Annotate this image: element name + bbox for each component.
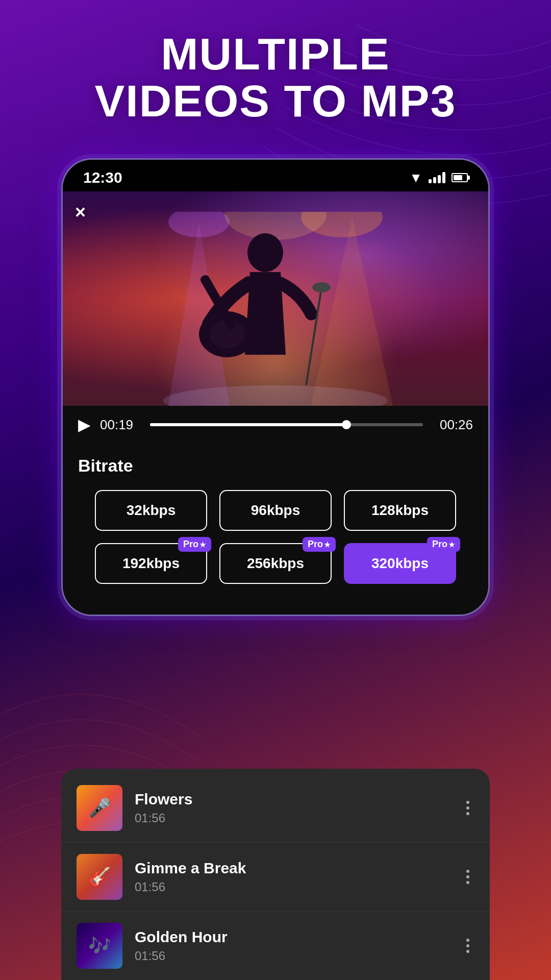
pro-badge-192: Pro: [178, 537, 211, 552]
song-duration-flowers: 01:56: [135, 811, 449, 825]
song-thumbnail-flowers: 🎤: [77, 785, 122, 831]
wifi-icon: ▼: [409, 170, 422, 186]
song-duration-golden: 01:56: [135, 949, 449, 963]
bitrate-32kbps[interactable]: 32kbps: [95, 490, 207, 531]
concert-background: [63, 191, 488, 406]
signal-bars-icon: [429, 172, 445, 183]
list-item: 🎶 Golden Hour 01:56: [61, 912, 490, 980]
song-info-gimme: Gimme a Break 01:56: [135, 860, 449, 894]
thumbnail-image-golden: 🎶: [77, 923, 122, 969]
current-time: 00:19: [100, 417, 141, 433]
status-icons: ▼: [409, 170, 468, 186]
bitrate-192kbps[interactable]: Pro 192kbps: [95, 543, 207, 584]
song-title-flowers: Flowers: [135, 791, 449, 808]
pro-badge-256: Pro: [303, 537, 336, 552]
svg-marker-4: [311, 217, 393, 406]
dot: [466, 801, 469, 804]
song-thumbnail-gimme: 🎸: [77, 854, 122, 900]
list-item: 🎸 Gimme a Break 01:56: [61, 843, 490, 912]
song-title-golden: Golden Hour: [135, 928, 449, 946]
progress-fill: [150, 423, 346, 426]
bitrate-128kbps[interactable]: 128kbps: [344, 490, 456, 531]
status-time: 12:30: [83, 169, 122, 186]
dot: [466, 939, 469, 942]
svg-point-2: [224, 212, 327, 240]
bitrate-320kbps[interactable]: Pro 320kbps: [344, 543, 456, 584]
more-options-gimme[interactable]: [461, 865, 474, 889]
dot: [466, 870, 469, 873]
phone-mockup: 12:30 ▼: [61, 158, 490, 616]
thumbnail-image-gimme: 🎸: [77, 854, 122, 900]
song-list-panel: 🎤 Flowers 01:56 🎸 Gimme a Break 01:56 🎶: [61, 769, 490, 980]
header-title: MULTIPLE VIDEOS TO MP3: [0, 31, 551, 125]
svg-point-5: [247, 233, 283, 272]
thumbnail-image-flowers: 🎤: [77, 785, 122, 831]
close-button[interactable]: ×: [75, 202, 86, 223]
dot: [466, 812, 469, 815]
battery-icon: [452, 173, 468, 182]
dot: [466, 950, 469, 953]
progress-bar[interactable]: [150, 423, 423, 426]
dot: [466, 944, 469, 947]
bitrate-title: Bitrate: [78, 456, 473, 476]
total-time: 00:26: [432, 417, 473, 433]
status-bar: 12:30 ▼: [63, 160, 488, 191]
song-title-gimme: Gimme a Break: [135, 860, 449, 877]
more-options-flowers[interactable]: [461, 796, 474, 820]
dot: [466, 806, 469, 810]
svg-point-10: [312, 282, 331, 292]
bitrate-row-1: 32kbps 96kbps 128kbps: [78, 490, 473, 531]
bitrate-row-2: Pro 192kbps Pro 256kbps Pro 320kbps: [78, 543, 473, 584]
video-controls: ▶ 00:19 00:26: [63, 406, 488, 444]
song-info-flowers: Flowers 01:56: [135, 791, 449, 825]
dot: [466, 881, 469, 884]
pro-badge-320: Pro: [427, 537, 460, 552]
play-button[interactable]: ▶: [78, 415, 91, 434]
more-options-golden[interactable]: [461, 934, 474, 958]
bitrate-256kbps[interactable]: Pro 256kbps: [219, 543, 332, 584]
bitrate-96kbps[interactable]: 96kbps: [219, 490, 332, 531]
video-area: ×: [63, 191, 488, 406]
list-item: 🎤 Flowers 01:56: [61, 774, 490, 843]
song-info-golden: Golden Hour 01:56: [135, 928, 449, 963]
song-duration-gimme: 01:56: [135, 880, 449, 894]
bitrate-section: Bitrate 32kbps 96kbps 128kbps Pro 192kbp…: [63, 444, 488, 615]
dot: [466, 875, 469, 878]
progress-thumb: [342, 420, 351, 429]
song-thumbnail-golden: 🎶: [77, 923, 122, 969]
